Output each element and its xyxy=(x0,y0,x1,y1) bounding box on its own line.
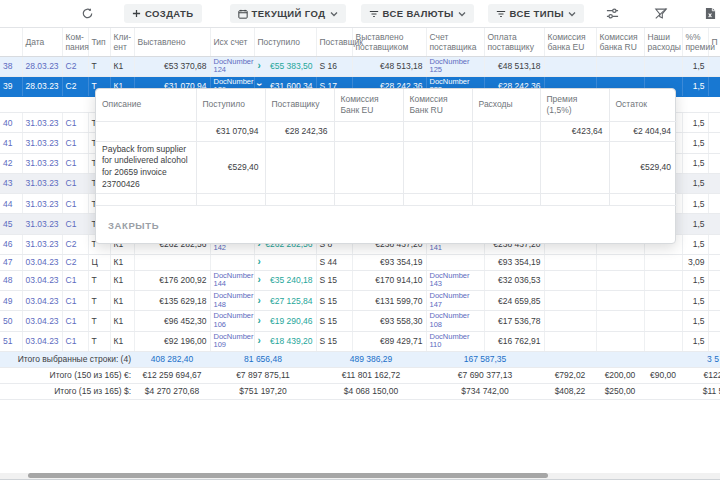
totals-supplier-paid: $734 742,00 xyxy=(426,383,544,399)
expand-chevron-icon[interactable]: › xyxy=(258,256,261,267)
period-select[interactable]: ТЕКУЩИЙ ГОД xyxy=(230,4,346,23)
expand-chevron-icon[interactable]: › xyxy=(258,60,261,71)
column-header[interactable]: Кли- ент xyxy=(110,28,134,56)
table-row[interactable]: 5003.04.23C1ТК1€96 452,30DocNumber106›€1… xyxy=(0,311,720,331)
cell-supplier: S 16 xyxy=(316,56,352,76)
cell-profit xyxy=(708,76,720,96)
cell-profit xyxy=(708,173,720,193)
column-header[interactable]: %% премии xyxy=(682,28,708,56)
cell-fee-ru xyxy=(596,254,644,270)
cell-received: ›€55 383,50 xyxy=(254,56,316,76)
cell-date: 03.04.23 xyxy=(22,270,62,290)
column-header[interactable]: Исх счет xyxy=(210,28,254,56)
cell-fee-eu xyxy=(544,56,596,76)
received-value: €19 290,46 xyxy=(270,316,313,326)
expand-chevron-icon[interactable]: › xyxy=(258,335,261,346)
received-value: €18 439,20 xyxy=(270,336,313,346)
totals-supplier-paid: €7 690 377,13 xyxy=(426,367,544,383)
cell-company: C2 xyxy=(62,234,88,254)
received-value: €55 383,50 xyxy=(270,61,313,71)
popup-fee-ru xyxy=(403,121,472,141)
horizontal-scrollbar[interactable] xyxy=(0,473,720,479)
column-header[interactable]: Оплата поставщику xyxy=(484,28,544,56)
column-header[interactable]: Комиссия банка EU xyxy=(544,28,596,56)
types-select[interactable]: ВСЕ ТИПЫ xyxy=(488,4,584,23)
totals-row: Итого (15 из 165) $:$4 270 270,68$751 19… xyxy=(0,383,720,399)
cell-profit xyxy=(708,194,720,214)
cell-supplier: S 15 xyxy=(316,291,352,311)
expand-chevron-icon[interactable]: › xyxy=(258,315,261,326)
cell-fee-eu xyxy=(544,254,596,270)
cell-fee-ru xyxy=(596,270,644,290)
totals-fee-ru xyxy=(596,351,644,367)
cell-premium-pct: 1,5 xyxy=(682,234,708,254)
cell-premium-pct: 1,5 xyxy=(682,291,708,311)
cell-received: ›€35 240,18 xyxy=(254,270,316,290)
column-header[interactable]: Счет поставщика xyxy=(426,28,484,56)
popup-to-supplier xyxy=(265,141,334,194)
column-header[interactable]: Комиссия банка RU xyxy=(596,28,644,56)
popup-fee-ru xyxy=(403,141,472,194)
table-row[interactable]: 4803.04.23C1ТК1€176 200,92DocNumber144›€… xyxy=(0,270,720,290)
cell-premium-pct: 1,5 xyxy=(682,113,708,133)
collapse-chevron-icon[interactable]: › xyxy=(254,83,265,86)
row-number: 51 xyxy=(0,331,22,351)
column-header[interactable]: Тип xyxy=(88,28,110,56)
doc-number: 106 xyxy=(214,321,251,330)
cell-profit xyxy=(708,291,720,311)
row-number: 40 xyxy=(0,113,22,133)
columns-settings-button[interactable] xyxy=(602,3,624,25)
clear-filters-button[interactable] xyxy=(650,3,672,25)
cell-profit xyxy=(708,133,720,153)
refresh-icon xyxy=(81,7,94,20)
column-header[interactable]: Выставлено xyxy=(134,28,210,56)
cell-invoice: DocNumber124 xyxy=(210,56,254,76)
popup-column-header: Описание xyxy=(96,89,196,121)
table-row[interactable]: 4703.04.23C2ЦК1›S 44€93 354,19€93 354,19… xyxy=(0,254,720,270)
expand-chevron-icon[interactable]: › xyxy=(258,295,261,306)
cell-premium-pct: 1,5 xyxy=(682,153,708,173)
cell-supplier-invoice: DocNumber110 xyxy=(426,331,484,351)
column-header[interactable]: Выставлено поставщиком xyxy=(352,28,426,56)
totals-expenses xyxy=(644,383,682,399)
column-header[interactable]: Поступило xyxy=(254,28,316,56)
cell-expenses xyxy=(644,331,682,351)
row-detail-popup: ОписаниеПоступилоПоставщикуКомиссия Банк… xyxy=(95,88,676,244)
refresh-button[interactable] xyxy=(76,3,98,25)
row-number: 41 xyxy=(0,133,22,153)
totals-expenses xyxy=(644,351,682,367)
cell-supplier-paid: €32 036,53 xyxy=(484,270,544,290)
column-header[interactable] xyxy=(0,28,22,56)
column-header[interactable]: Наши расходы xyxy=(644,28,682,56)
currencies-select[interactable]: ВСЕ ВАЛЮТЫ xyxy=(361,4,474,23)
table-row[interactable]: 4903.04.23C1ТК1€135 629,18DocNumber148›€… xyxy=(0,291,720,311)
popup-column-header: Комиссия Банк RU xyxy=(403,89,472,121)
popup-column-header: Премия (1,5%) xyxy=(540,89,609,121)
create-button[interactable]: СОЗДАТЬ xyxy=(124,4,202,23)
totals-row: Итого (150 из 165) €:€12 259 694,67€7 89… xyxy=(0,367,720,383)
totals-fee-ru: €200,00 xyxy=(596,367,644,383)
popup-row: Payback from supplier for undelivered al… xyxy=(96,141,677,194)
table-row[interactable]: 3828.03.23C2ТК1€53 370,68DocNumber124›€5… xyxy=(0,56,720,76)
cell-company: C1 xyxy=(62,270,88,290)
popup-fee-ru xyxy=(403,194,472,206)
expand-chevron-icon[interactable]: › xyxy=(258,274,261,285)
cell-supplier-paid: €16 762,91 xyxy=(484,331,544,351)
cell-type: Т xyxy=(88,291,110,311)
doc-number: 141 xyxy=(430,244,481,253)
column-header[interactable]: Ком- пания xyxy=(62,28,88,56)
doc-number: 110 xyxy=(430,341,481,350)
column-header[interactable]: Дата xyxy=(22,28,62,56)
cell-date: 31.03.23 xyxy=(22,194,62,214)
table-row[interactable]: 5103.04.23C1ТК1€92 196,00DocNumber109›€1… xyxy=(0,331,720,351)
chevron-down-icon xyxy=(330,11,338,17)
totals-label: Итого (150 из 165) €: xyxy=(0,367,134,383)
cell-invoice: DocNumber106 xyxy=(210,311,254,331)
export-button[interactable] xyxy=(700,3,720,25)
cell-issued: €92 196,00 xyxy=(134,331,210,351)
scrollbar-thumb[interactable] xyxy=(28,473,548,478)
cell-profit xyxy=(708,234,720,254)
close-button[interactable]: ЗАКРЫТЬ xyxy=(108,220,159,231)
column-header[interactable]: Поставщик xyxy=(316,28,352,56)
popup-to-supplier xyxy=(265,194,334,206)
